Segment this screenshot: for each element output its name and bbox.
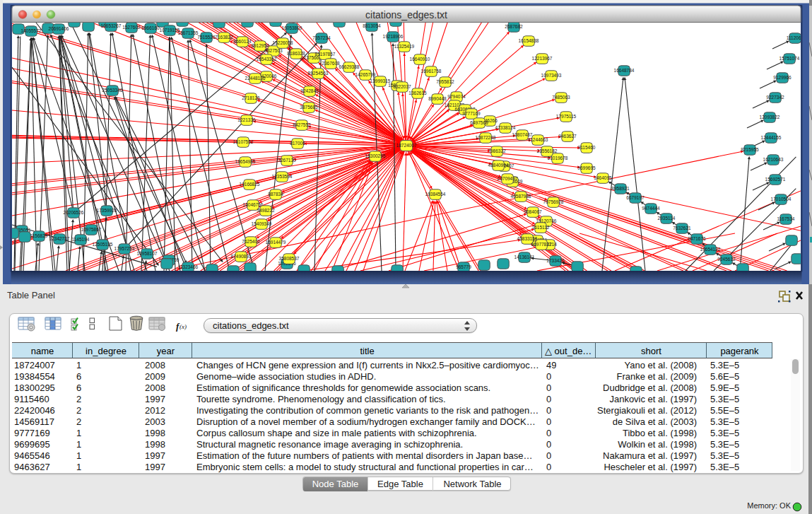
svg-text:10958107: 10958107	[137, 251, 158, 256]
svg-text:8215955: 8215955	[741, 147, 759, 152]
svg-text:3498222: 3498222	[257, 208, 275, 213]
svg-text:12353594: 12353594	[272, 174, 293, 179]
svg-text:965779: 965779	[456, 264, 471, 269]
svg-text:6966160: 6966160	[141, 25, 160, 30]
svg-text:41244663: 41244663	[528, 137, 548, 142]
svg-text:70756928: 70756928	[543, 199, 564, 204]
svg-text:8322037: 8322037	[393, 84, 411, 89]
svg-text:12213967: 12213967	[532, 56, 553, 61]
svg-text:15751074: 15751074	[779, 56, 800, 61]
svg-text:8660124: 8660124	[233, 39, 252, 44]
svg-text:14055572: 14055572	[21, 28, 42, 33]
svg-text:1362615: 1362615	[408, 90, 427, 95]
svg-text:10654122: 10654122	[700, 247, 721, 252]
svg-text:19384554: 19384554	[425, 192, 446, 197]
svg-text:10975867: 10975867	[81, 227, 102, 232]
svg-text:45833156: 45833156	[517, 236, 538, 241]
svg-text:10973493: 10973493	[541, 73, 562, 78]
svg-text:22448136: 22448136	[245, 76, 266, 81]
svg-text:1733426: 1733426	[546, 258, 565, 263]
svg-text:2367608: 2367608	[322, 61, 340, 66]
svg-text:89254563: 89254563	[308, 71, 329, 76]
svg-text:3875685: 3875685	[300, 105, 318, 110]
svg-text:9242848: 9242848	[300, 88, 319, 93]
svg-text:12093822: 12093822	[760, 115, 780, 119]
svg-text:(x): (x)	[180, 323, 187, 330]
svg-text:11325419: 11325419	[394, 44, 415, 49]
svg-text:35808537: 35808537	[279, 256, 300, 261]
svg-text:14265799: 14265799	[355, 72, 376, 77]
svg-text:12444155: 12444155	[761, 135, 782, 140]
svg-text:7986322: 7986322	[488, 148, 506, 153]
svg-text:9115460: 9115460	[578, 145, 596, 150]
svg-text:2687682: 2687682	[505, 24, 523, 29]
svg-text:20709497: 20709497	[498, 176, 518, 181]
svg-text:8471676: 8471676	[688, 236, 706, 241]
svg-text:6497568: 6497568	[470, 120, 488, 125]
svg-text:7163822: 7163822	[215, 35, 233, 40]
svg-text:2935114: 2935114	[658, 216, 676, 221]
svg-text:15226058: 15226058	[273, 40, 293, 45]
svg-text:15409349: 15409349	[252, 221, 272, 226]
svg-text:1167534: 1167534	[777, 216, 795, 221]
svg-text:16671355: 16671355	[178, 30, 199, 35]
svg-text:16648784: 16648784	[614, 68, 635, 73]
svg-text:10807487: 10807487	[512, 132, 533, 137]
svg-text:7357234: 7357234	[312, 35, 331, 40]
svg-text:9227342: 9227342	[766, 95, 784, 100]
svg-text:12342737: 12342737	[49, 236, 70, 241]
svg-text:16961758: 16961758	[421, 69, 442, 74]
svg-text:9084067: 9084067	[524, 209, 542, 214]
svg-text:16053809: 16053809	[282, 25, 302, 30]
svg-text:9245612: 9245612	[717, 257, 736, 262]
svg-text:87490893: 87490893	[231, 254, 252, 259]
svg-text:9327503: 9327503	[264, 48, 283, 53]
svg-text:9129966: 9129966	[773, 75, 792, 80]
svg-text:40587988: 40587988	[511, 194, 531, 199]
svg-text:25053346: 25053346	[102, 88, 123, 93]
svg-text:7485063: 7485063	[552, 95, 570, 100]
svg-text:7515526: 7515526	[197, 35, 216, 40]
svg-text:14136141: 14136141	[514, 255, 535, 259]
svg-text:9794074: 9794074	[447, 94, 466, 99]
svg-text:8427552: 8427552	[293, 122, 311, 127]
svg-text:8186328: 8186328	[287, 51, 305, 56]
svg-text:8990448: 8990448	[428, 96, 447, 101]
svg-text:10719155: 10719155	[160, 28, 180, 33]
svg-text:19166825: 19166825	[240, 182, 260, 187]
svg-text:16914479: 16914479	[266, 240, 286, 245]
svg-text:16154838: 16154838	[519, 38, 539, 43]
svg-text:9777169: 9777169	[462, 111, 481, 116]
svg-text:citations_edges.txt: citations_edges.txt	[365, 9, 447, 21]
svg-text:8958921: 8958921	[611, 186, 630, 191]
svg-text:7632621: 7632621	[673, 226, 691, 230]
svg-text:16640910: 16640910	[410, 57, 430, 62]
svg-text:9474444: 9474444	[642, 206, 660, 211]
svg-text:19218906: 19218906	[383, 34, 404, 39]
svg-text:16210643: 16210643	[763, 157, 784, 162]
svg-text:17359926: 17359926	[97, 208, 117, 213]
svg-text:10653267: 10653267	[101, 23, 122, 28]
svg-text:1221336: 1221336	[237, 117, 256, 122]
svg-text:1615112: 1615112	[532, 225, 550, 230]
svg-text:17975115: 17975115	[556, 114, 577, 119]
svg-text:10872248: 10872248	[476, 135, 496, 140]
svg-text:83197857: 83197857	[315, 52, 336, 57]
svg-text:18724007: 18724007	[396, 143, 417, 148]
svg-text:2718126: 2718126	[242, 95, 260, 100]
svg-text:17010504: 17010504	[771, 197, 792, 201]
svg-text:20691406: 20691406	[49, 26, 69, 31]
svg-text:887834: 887834	[268, 192, 283, 197]
svg-text:9463627: 9463627	[558, 134, 577, 139]
svg-text:3267130: 3267130	[278, 158, 296, 163]
svg-text:19654985: 19654985	[235, 159, 256, 164]
svg-text:817006: 817006	[290, 141, 305, 146]
svg-text:17957253: 17957253	[114, 246, 135, 251]
svg-text:16107552: 16107552	[233, 139, 254, 144]
svg-text:12505135: 12505135	[93, 242, 113, 247]
svg-text:1464095: 1464095	[594, 175, 612, 180]
svg-text:1156829: 1156829	[30, 233, 48, 238]
svg-text:1527602: 1527602	[122, 25, 141, 30]
svg-text:16543362: 16543362	[257, 57, 277, 62]
svg-text:96977837: 96977837	[531, 242, 552, 247]
